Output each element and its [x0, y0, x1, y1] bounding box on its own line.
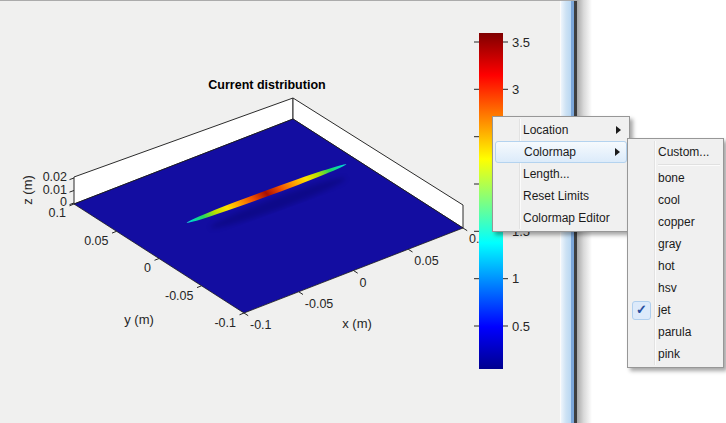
submenu-item-pink[interactable]: pink — [630, 343, 721, 365]
submenu-item-gray[interactable]: gray — [630, 233, 721, 255]
menu-item-label: pink — [658, 347, 680, 361]
menu-item-colormap-editor[interactable]: Colormap Editor — [495, 207, 627, 229]
menu-item-label: parula — [658, 325, 691, 339]
menu-separator — [658, 164, 720, 166]
x-tick: -0.05 — [305, 297, 334, 311]
submenu-item-hsv[interactable]: hsv — [630, 277, 721, 299]
submenu-item-bone[interactable]: bone — [630, 167, 721, 189]
menu-item-colormap[interactable]: Colormap — [495, 141, 627, 163]
z-tick: 0.01 — [43, 183, 67, 197]
menu-item-label: Colormap — [524, 145, 576, 159]
submenu-arrow-icon — [616, 126, 621, 134]
x-tick: -0.1 — [250, 318, 272, 332]
z-axis-label: z (m) — [20, 175, 35, 205]
colorbar-tick-label: 3 — [512, 82, 519, 97]
x-tick: 0.05 — [414, 254, 438, 268]
y-tick: -0.05 — [165, 289, 194, 303]
menu-item-label: gray — [658, 237, 681, 251]
menu-item-label: Colormap Editor — [523, 211, 610, 225]
submenu-arrow-icon — [615, 148, 620, 156]
menu-item-label: copper — [658, 215, 695, 229]
y-tick: -0.1 — [214, 316, 236, 330]
menu-item-reset-limits[interactable]: Reset Limits — [495, 185, 627, 207]
menu-item-label: Length... — [523, 167, 570, 181]
menu-item-label: Custom... — [658, 145, 709, 159]
submenu-item-jet[interactable]: ✓ jet — [630, 299, 721, 321]
submenu-item-parula[interactable]: parula — [630, 321, 721, 343]
colorbar-tick-label: 0.5 — [512, 319, 530, 334]
z-tick: 0 — [60, 195, 67, 209]
submenu-item-cool[interactable]: cool — [630, 189, 721, 211]
menu-item-label: hsv — [658, 281, 677, 295]
menu-item-length[interactable]: Length... — [495, 163, 627, 185]
submenu-item-custom[interactable]: Custom... — [630, 141, 721, 163]
y-tick: 0 — [144, 261, 151, 275]
x-tick: 0 — [360, 276, 367, 290]
menu-item-label: jet — [658, 303, 671, 317]
y-tick: 0.05 — [84, 234, 108, 248]
plot-title: Current distribution — [208, 78, 325, 92]
surface-plot[interactable] — [74, 119, 463, 313]
z-tick: 0.02 — [43, 170, 67, 184]
menu-item-label: Reset Limits — [523, 189, 589, 203]
submenu-item-copper[interactable]: copper — [630, 211, 721, 233]
colorbar-tick-label: 1 — [512, 271, 519, 286]
x-axis-label: x (m) — [342, 316, 372, 331]
colormap-submenu: Custom... bone cool copper gray hot hsv … — [627, 138, 724, 368]
colorbar-context-menu: Location Colormap Length... Reset Limits… — [492, 116, 630, 232]
menu-item-label: Location — [523, 123, 568, 137]
checkmark-icon: ✓ — [632, 301, 651, 320]
y-axis-label: y (m) — [124, 312, 154, 327]
window-top-border — [0, 0, 577, 1]
menu-item-label: bone — [658, 171, 685, 185]
colorbar-tick-label: 3.5 — [512, 35, 530, 50]
menu-item-location[interactable]: Location — [495, 119, 627, 141]
submenu-item-hot[interactable]: hot — [630, 255, 721, 277]
menu-item-label: hot — [658, 259, 675, 273]
z-axis-ticks — [70, 178, 75, 205]
menu-item-label: cool — [658, 193, 680, 207]
